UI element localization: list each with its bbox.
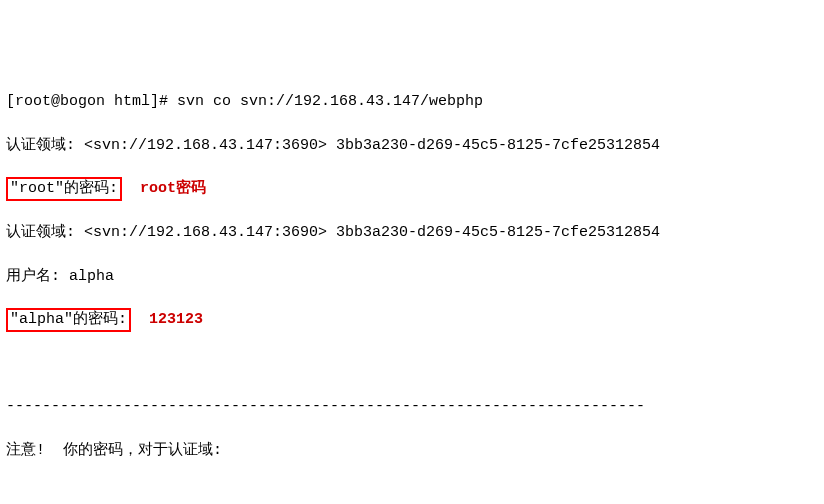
- auth-realm-2: 认证领域: <svn://192.168.43.147:3690> 3bb3a2…: [6, 222, 818, 244]
- terminal-command-line: [root@bogon html]# svn co svn://192.168.…: [6, 91, 818, 113]
- blank-line: [6, 354, 818, 375]
- dash-separator-1: ----------------------------------------…: [6, 396, 818, 418]
- shell-prompt: [root@bogon html]#: [6, 93, 177, 110]
- root-password-annotation: root密码: [140, 180, 206, 197]
- root-password-prompt: "root"的密码:: [6, 177, 122, 201]
- auth-realm-1: 认证领域: <svn://192.168.43.147:3690> 3bb3a2…: [6, 135, 818, 157]
- alpha-password-prompt: "alpha"的密码:: [6, 308, 131, 332]
- alpha-password-line: "alpha"的密码:123123: [6, 309, 818, 332]
- notice-header: 注意! 你的密码，对于认证域:: [6, 440, 818, 462]
- root-password-line: "root"的密码:root密码: [6, 178, 818, 201]
- svn-command: svn co svn://192.168.43.147/webphp: [177, 93, 483, 110]
- username-line: 用户名: alpha: [6, 266, 818, 288]
- blank-line: [6, 483, 818, 504]
- alpha-password-annotation: 123123: [149, 311, 203, 328]
